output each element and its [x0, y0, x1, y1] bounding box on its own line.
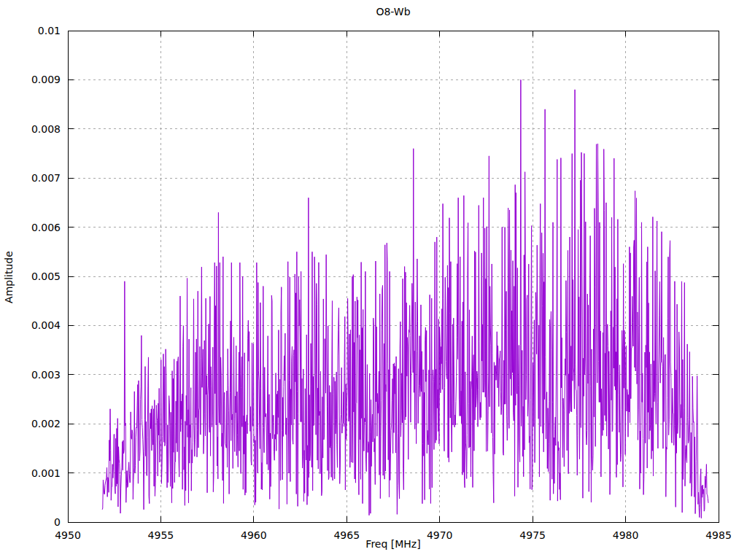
y-tick-label: 0.001 [31, 467, 61, 479]
y-tick-label: 0.007 [31, 172, 61, 184]
x-tick-label: 4980 [613, 529, 639, 541]
y-tick-label: 0.01 [38, 25, 61, 36]
x-tick-label: 4965 [333, 529, 360, 541]
y-tick-label: 0.006 [31, 222, 61, 233]
x-tick-label: 4950 [55, 529, 81, 541]
x-tick-label: 4975 [519, 529, 546, 541]
chart: O8-Wb Amplitude Freq [MHz] 4950495549604… [0, 0, 747, 560]
x-tick-label: 4970 [427, 529, 453, 541]
x-tick-label: 4960 [241, 529, 267, 541]
y-tick-label: 0.008 [31, 123, 61, 135]
y-tick-label: 0.003 [31, 369, 61, 381]
y-tick-label: 0.004 [31, 319, 61, 331]
y-tick-label: 0.005 [31, 271, 61, 282]
y-tick-label: 0.002 [31, 418, 61, 429]
x-tick-label: 4955 [148, 529, 174, 541]
y-tick-label: 0 [54, 516, 61, 528]
x-tick-label: 4985 [705, 529, 732, 541]
series-path [102, 79, 708, 518]
page: { "chart_data": { "type": "line", "title… [0, 0, 747, 560]
chart-canvas: 4950495549604965497049754980498500.0010.… [0, 0, 747, 560]
y-tick-label: 0.009 [31, 74, 61, 85]
